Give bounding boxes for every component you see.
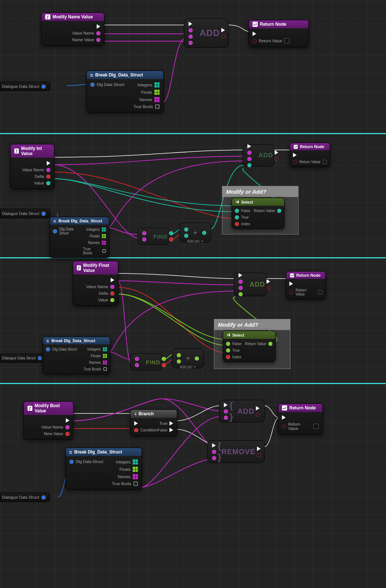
pin[interactable] [212,456,216,460]
input-dialogue-struct-2[interactable]: Dialogue Data Struct [0,209,50,218]
graph-background[interactable] [0,0,386,588]
node-find-1[interactable]: FIND [137,228,170,245]
exec-in-pin[interactable] [293,153,297,157]
node-set-remove[interactable]: { } REMOVE [207,440,265,463]
map-pin[interactable] [133,467,138,472]
map-pin[interactable] [133,474,138,479]
node-set-add[interactable]: { } ADD [219,400,265,423]
node-map-add-3[interactable]: ADD [234,273,267,296]
pin[interactable] [42,212,46,216]
pin[interactable] [239,280,243,284]
input-dialogue-struct-3[interactable]: Dialogue Data Struct [0,354,47,363]
exec-out-pin[interactable] [275,150,278,155]
pin[interactable] [224,416,228,420]
exec-out-pin[interactable] [111,278,114,282]
map-pin[interactable] [133,459,138,465]
pin[interactable] [184,234,188,238]
node-modify-bool-value[interactable]: ƒModify Bool Value Value Name New Value [24,401,74,440]
map-pin[interactable] [103,361,107,365]
checkbox[interactable] [284,38,289,43]
pin[interactable] [226,342,230,346]
pin[interactable] [46,168,50,172]
exec-in-pin[interactable] [253,32,256,36]
node-break-struct-3[interactable]: ⎌Break Dlg_Data_Struct Dlg Data Struct I… [43,337,110,374]
pin[interactable] [110,285,114,289]
pin[interactable] [226,355,230,359]
exec-out-pin[interactable] [66,418,69,423]
checkbox[interactable] [314,424,319,429]
pin[interactable] [235,215,239,219]
pin[interactable] [235,209,239,213]
input-dialogue-struct-4[interactable]: Dialogue Data Struct [0,492,50,502]
input-dialogue-struct-1[interactable]: Dialogue Data Struct [0,82,50,91]
exec-out-pin[interactable] [221,28,225,32]
node-add-int[interactable]: + Add pin + [179,223,211,243]
pin[interactable] [195,356,199,361]
pin[interactable] [142,237,146,241]
pin[interactable] [65,425,69,429]
node-break-struct-2[interactable]: ⎌Break Dlg_Data_Struct Dlg Data Struct I… [50,217,109,258]
pin[interactable] [162,363,166,367]
pin[interactable] [289,290,293,294]
set-pin[interactable] [133,481,138,486]
set-pin[interactable] [155,104,160,109]
pin[interactable] [257,453,261,457]
pin[interactable] [256,413,260,417]
pin[interactable] [110,298,114,302]
map-pin[interactable] [102,241,106,245]
pin[interactable] [293,160,297,164]
exec-in-pin[interactable] [224,403,228,407]
pin[interactable] [247,157,251,161]
node-modify-int-value[interactable]: ƒModify Int Value Value Name Delta Value [10,144,54,189]
map-pin[interactable] [102,227,106,232]
exec-out-pin[interactable] [267,279,270,284]
map-pin[interactable] [102,234,106,238]
pin[interactable] [162,357,166,361]
pin[interactable] [212,450,216,454]
map-pin[interactable] [154,90,160,95]
pin[interactable] [46,181,50,185]
pin[interactable] [46,347,50,351]
pin[interactable] [282,424,286,429]
pin[interactable] [135,363,139,367]
exec-in-pin[interactable] [189,22,192,26]
node-select-1[interactable]: ⇉Select False True Index Return Value [232,198,285,229]
checkbox[interactable] [318,290,322,294]
node-map-add-2[interactable]: ADD [243,144,274,166]
pin-value-name[interactable] [96,31,100,35]
node-break-struct-1[interactable]: ⎌Break Dlg_Data_Struct Dlg Data Struct I… [86,71,164,112]
node-find-2[interactable]: FIND [130,354,162,370]
node-select-2[interactable]: ⇉Select False True Index Return Value [223,331,276,362]
node-map-add-1[interactable]: ADD [184,18,229,48]
node-return-1[interactable]: ⮐Return Node Return Value [249,20,309,47]
pin[interactable] [46,175,50,179]
pin[interactable] [42,85,46,89]
pin[interactable] [202,231,206,235]
pin[interactable] [267,286,271,290]
set-pin[interactable] [103,367,107,371]
node-return-4[interactable]: ⮐Return Node Return Value [278,404,323,434]
exec-in-pin[interactable] [247,144,251,148]
pin[interactable] [239,292,243,296]
pin[interactable] [142,231,146,235]
map-pin[interactable] [154,82,160,87]
pin[interactable] [253,39,257,43]
map-pin[interactable] [154,97,160,102]
node-return-2[interactable]: ⮐Return Node Return Value [290,143,330,167]
pin[interactable] [135,357,139,361]
checkbox[interactable] [323,160,327,164]
node-add-float[interactable]: + Add pin + [172,348,204,368]
pin[interactable] [177,353,181,357]
pin[interactable] [226,348,230,352]
pin[interactable] [277,209,281,213]
map-pin[interactable] [103,347,107,351]
pin[interactable] [53,229,57,233]
exec-in-pin[interactable] [239,273,242,277]
pin[interactable] [65,432,69,436]
exec-out-pin[interactable] [169,421,173,426]
pin-bool-out[interactable] [221,35,225,39]
node-modify-float-value[interactable]: ƒModify Float Value Value Name Delta Val… [73,261,118,306]
pin[interactable] [224,409,228,413]
pin[interactable] [169,231,173,235]
exec-out-pin[interactable] [97,24,100,29]
